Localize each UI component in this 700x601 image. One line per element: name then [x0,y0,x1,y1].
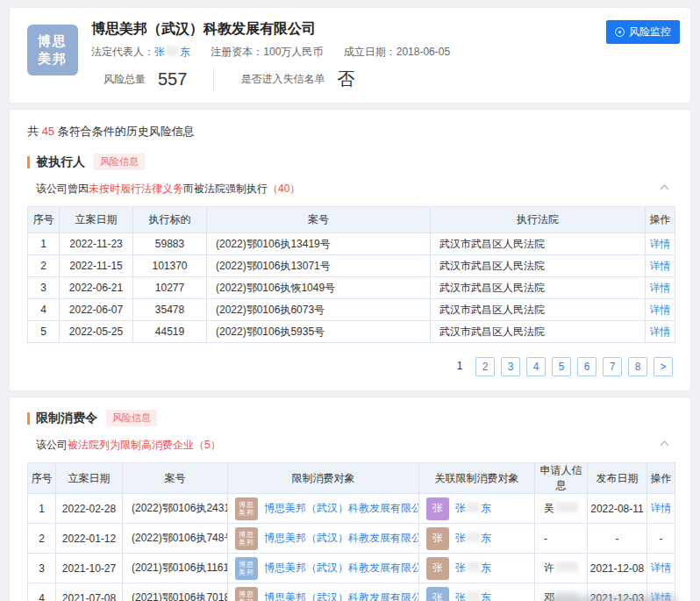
case-number: (2022)鄂0106执13071号 [207,255,431,277]
person-avatar: 张 [426,497,449,520]
person-name-start: 张 [455,502,466,514]
case-number: (2022)鄂0106执13419号 [207,233,431,255]
execution-amount: 10277 [133,277,207,299]
page-button-5[interactable]: 5 [552,357,571,376]
detail-link[interactable]: 详情 [650,304,671,316]
person-link[interactable]: 张东 [455,561,491,576]
row-index: 2 [28,255,60,277]
company-avatar: 博思美邦 [235,527,258,550]
detail-link[interactable]: 详情 [650,282,671,294]
detail-link[interactable]: 详情 [650,326,671,338]
detail-link[interactable]: 详情 [651,591,672,601]
establish-date: 成立日期：2018-06-05 [344,46,450,58]
avatar-line: 美邦 [239,598,254,601]
row-index: 1 [28,494,56,524]
company-link[interactable]: 博思美邦（武汉）科教发展有限公司 [264,590,419,601]
company-link[interactable]: 博思美邦（武汉）科教发展有限公司 [264,561,419,576]
execution-amount: 59883 [133,233,207,255]
person-link[interactable]: 张东 [455,590,491,601]
related-person-cell: 张张东 [419,494,534,523]
avatar-line: 美邦 [239,569,254,576]
detail-link[interactable]: 详情 [651,562,672,574]
page-button-7[interactable]: 7 [603,357,622,376]
page-button-8[interactable]: 8 [628,357,647,376]
company-logo: 博思 美邦 [27,25,78,75]
detail-link[interactable]: 详情 [651,502,672,514]
court-name: 武汉市武昌区人民法院 [431,321,646,343]
applicant-cell: - [535,524,588,554]
table-row: 4 2022-06-07 35478 (2022)鄂0106执6073号 武汉市… [28,299,675,321]
person-name-end: 东 [481,591,491,601]
filing-date: 2022-11-23 [60,233,133,255]
filing-date: 2022-02-28 [56,494,123,524]
column-header: 案号 [207,207,431,233]
table-row: 1 2022-02-28 (2022)鄂0106执2431号 博思美邦博思美邦（… [28,494,675,524]
desc-part: 该公司曾因 [36,182,89,195]
chevron-up-icon[interactable] [661,441,669,450]
table-row: 4 2021-07-08 (2021)鄂0106执7018号 博思美邦博思美邦（… [28,583,675,601]
page-button-3[interactable]: 3 [501,357,520,376]
summary-count: 45 [42,125,54,138]
filing-date: 2022-06-07 [60,299,133,321]
case-number: (2022)鄂0106执5935号 [207,321,431,343]
column-header: 立案日期 [60,207,133,233]
pagination: 1 2 3 4 5 6 7 8 > [27,357,673,376]
company-name: 博思美邦（武汉）科教发展有限公司 [91,20,316,39]
filing-date: 2021-07-08 [56,583,123,601]
court-name: 武汉市武昌区人民法院 [431,255,646,277]
avatar-line: 博思 [239,590,254,598]
section-accent-bar [27,156,30,168]
page-button-2[interactable]: 2 [475,357,495,376]
restricted-company-cell: 博思美邦博思美邦（武汉）科教发展有限公司 [228,524,418,553]
execution-amount: 44519 [133,321,207,343]
section-desc-text: 该公司被法院列为限制高消费企业（5） [36,438,221,453]
execution-amount: 35478 [133,299,207,321]
section-header: 限制消费令 风险信息 [27,410,673,426]
action-cell: - [647,524,675,554]
legal-rep-link[interactable]: 张东 [154,46,190,58]
filing-date: 2022-01-12 [56,524,123,554]
column-header: 立案日期 [56,463,123,494]
publish-date: 2022-08-11 [588,494,647,524]
person-link[interactable]: 张东 [455,501,491,516]
stats-divider [213,68,214,91]
case-number: (2022)鄂0106执6073号 [207,299,431,321]
section-description: 该公司被法院列为限制高消费企业（5） [36,438,673,453]
page-current: 1 [450,357,469,376]
desc-highlight: 被法院列为限制高消费企业 [68,439,194,451]
legal-rep-first: 张 [154,46,165,58]
applicant-name-start: 许 [544,562,554,574]
legal-rep: 法定代表人：张东 [91,46,190,58]
stats-row: 风险总量 557 是否进入失信名单 否 [104,68,354,91]
risk-monitor-label: 风险监控 [629,25,671,39]
company-link[interactable]: 博思美邦（武汉）科教发展有限公司 [264,501,419,516]
reg-capital-label: 注册资本： [211,46,263,58]
detail-link[interactable]: 详情 [650,260,671,272]
page-button-4[interactable]: 4 [526,357,546,376]
section-title: 限制消费令 [36,411,97,426]
page-button-6[interactable]: 6 [577,357,596,376]
court-name: 武汉市武昌区人民法院 [431,277,646,299]
restricted-company-cell: 博思美邦博思美邦（武汉）科教发展有限公司 [228,494,418,523]
column-header: 案号 [123,463,228,494]
risk-info-badge: 风险信息 [94,154,145,170]
next-page-button[interactable]: > [654,357,673,376]
detail-link[interactable]: 详情 [650,238,671,250]
company-header-card: 博思 美邦 博思美邦（武汉）科教发展有限公司 法定代表人：张东 注册资本：100… [9,7,691,104]
redacted-text [555,591,578,601]
risk-monitor-button[interactable]: 风险监控 [606,20,680,44]
person-name-end: 东 [481,562,491,574]
result-summary: 共 45 条符合条件的历史风险信息 [27,124,673,140]
chevron-up-icon[interactable] [661,185,669,194]
restricted-company-cell: 博思美邦博思美邦（武汉）科教发展有限公司 [228,583,418,601]
risk-total-label: 风险总量 [104,72,146,87]
filing-date: 2021-10-27 [56,554,123,583]
table-row: 3 2022-06-21 10277 (2022)鄂0106执恢1049号 武汉… [28,277,675,299]
person-link[interactable]: 张东 [455,531,491,546]
table-row: 2 2022-11-15 101370 (2022)鄂0106执13071号 武… [28,255,675,277]
person-name-start: 张 [455,562,466,574]
publish-date: 2021-12-08 [588,554,647,583]
person-name-end: 东 [481,532,491,544]
avatar-line: 美邦 [239,539,254,547]
company-link[interactable]: 博思美邦（武汉）科教发展有限公司 [264,531,419,546]
